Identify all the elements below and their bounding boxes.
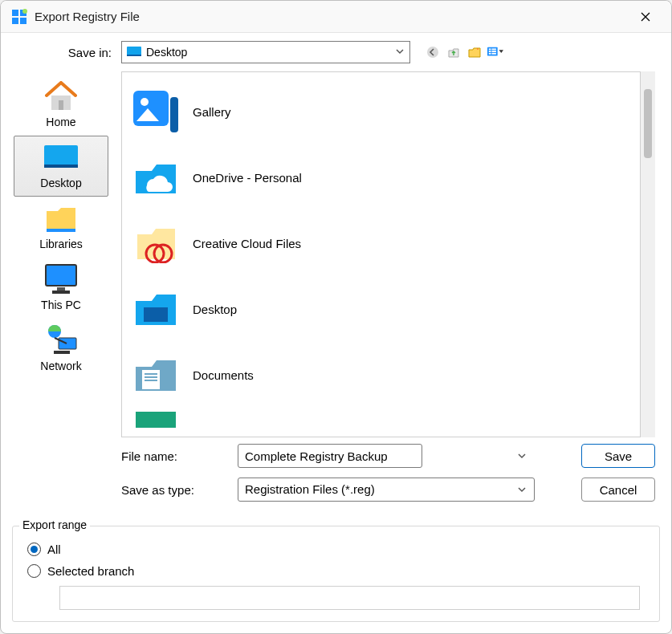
regedit-icon — [10, 8, 28, 26]
save-as-type-dropdown[interactable]: Registration Files (*.reg) — [238, 478, 535, 502]
save-in-dropdown[interactable]: Desktop — [121, 41, 410, 63]
file-item-partial[interactable] — [122, 408, 640, 432]
chevron-down-icon — [517, 449, 527, 464]
svg-rect-28 — [170, 97, 178, 132]
save-as-type-label: Save as type: — [121, 483, 238, 497]
sidebar-item-label: Home — [46, 116, 75, 128]
form-area: File name: Save Save as type: Registrati… — [1, 437, 671, 521]
save-in-row: Save in: Desktop — [1, 33, 671, 71]
svg-rect-21 — [57, 287, 65, 291]
file-pane-wrap: Gallery OneDrive - Personal Creative Clo… — [121, 71, 655, 437]
creative-cloud-icon — [130, 220, 181, 266]
svg-rect-0 — [12, 10, 18, 16]
export-all-label: All — [47, 543, 61, 556]
file-item-label: Gallery — [193, 105, 231, 119]
export-selected-branch-radio[interactable]: Selected branch — [27, 564, 650, 578]
sidebar-item-network[interactable]: Network — [14, 319, 108, 380]
file-item-label: Desktop — [193, 303, 237, 316]
this-pc-icon — [43, 263, 79, 297]
close-button[interactable] — [629, 1, 662, 33]
places-sidebar: Home Desktop Libraries This PC Network — [1, 71, 121, 437]
save-in-label: Save in: — [1, 46, 121, 59]
svg-rect-34 — [145, 376, 157, 378]
selected-branch-input[interactable] — [59, 586, 640, 610]
file-item[interactable]: Gallery — [122, 79, 640, 144]
svg-point-27 — [141, 98, 149, 106]
export-selected-label: Selected branch — [47, 564, 134, 578]
scrollbar-thumb[interactable] — [644, 89, 652, 158]
radio-icon — [27, 543, 41, 556]
file-item[interactable]: Documents — [122, 342, 640, 408]
svg-rect-10 — [489, 51, 491, 52]
sidebar-item-label: Desktop — [40, 177, 81, 189]
desktop-icon — [127, 47, 141, 58]
onedrive-icon — [130, 154, 181, 201]
sidebar-item-label: Libraries — [39, 238, 83, 250]
desktop-folder-icon — [130, 286, 181, 332]
folder-icon — [130, 412, 181, 428]
radio-icon — [27, 564, 41, 578]
file-item[interactable]: Desktop — [122, 276, 640, 342]
svg-rect-17 — [44, 165, 78, 168]
svg-rect-15 — [59, 100, 63, 110]
sidebar-item-home[interactable]: Home — [14, 75, 108, 136]
save-in-value: Desktop — [146, 46, 187, 59]
cancel-button[interactable]: Cancel — [581, 478, 655, 502]
file-item[interactable]: OneDrive - Personal — [122, 144, 640, 210]
sidebar-item-this-pc[interactable]: This PC — [14, 258, 108, 319]
view-menu-button[interactable] — [487, 44, 503, 60]
nav-toolbar — [425, 44, 503, 60]
network-icon — [43, 324, 79, 358]
svg-rect-14 — [491, 53, 495, 55]
filename-input[interactable] — [238, 444, 422, 468]
svg-rect-11 — [489, 53, 491, 55]
export-registry-dialog: Export Registry File Save in: Desktop — [0, 0, 672, 634]
file-item-label: OneDrive - Personal — [193, 171, 302, 185]
filename-label: File name: — [121, 449, 238, 463]
svg-rect-13 — [491, 51, 495, 52]
svg-rect-6 — [127, 55, 141, 56]
chevron-down-icon — [395, 46, 405, 59]
svg-rect-25 — [54, 351, 70, 354]
sidebar-item-label: Network — [40, 360, 81, 372]
svg-rect-3 — [20, 18, 26, 24]
svg-rect-9 — [489, 48, 491, 50]
svg-rect-22 — [52, 291, 70, 294]
svg-rect-35 — [145, 380, 157, 381]
sidebar-item-label: This PC — [41, 299, 81, 311]
export-range-group: Export range All Selected branch — [12, 526, 660, 622]
sidebar-item-libraries[interactable]: Libraries — [14, 197, 108, 258]
svg-rect-19 — [46, 265, 76, 286]
file-item-label: Documents — [193, 368, 254, 382]
titlebar: Export Registry File — [1, 1, 671, 33]
export-all-radio[interactable]: All — [27, 543, 650, 556]
up-one-level-button[interactable] — [446, 44, 462, 60]
documents-folder-icon — [130, 352, 181, 398]
svg-rect-16 — [44, 145, 78, 168]
export-range-legend: Export range — [19, 518, 90, 531]
file-item[interactable]: Creative Cloud Files — [122, 210, 640, 276]
new-folder-button[interactable] — [466, 44, 483, 60]
svg-rect-33 — [145, 373, 157, 375]
svg-rect-18 — [47, 229, 75, 232]
home-icon — [43, 80, 79, 114]
svg-point-7 — [427, 47, 438, 58]
sidebar-item-desktop[interactable]: Desktop — [14, 136, 108, 197]
svg-point-4 — [22, 9, 27, 14]
desktop-icon — [43, 141, 79, 175]
file-item-label: Creative Cloud Files — [193, 237, 301, 250]
libraries-icon — [43, 202, 79, 236]
gallery-icon — [130, 88, 181, 135]
vertical-scrollbar[interactable] — [641, 71, 655, 437]
window-title: Export Registry File — [35, 10, 629, 23]
svg-rect-2 — [12, 18, 18, 24]
svg-rect-31 — [144, 307, 168, 322]
back-button[interactable] — [425, 44, 441, 60]
file-list-pane[interactable]: Gallery OneDrive - Personal Creative Clo… — [121, 71, 641, 437]
dialog-body: Home Desktop Libraries This PC Network — [1, 71, 671, 437]
save-button[interactable]: Save — [581, 444, 655, 468]
svg-rect-24 — [59, 338, 76, 349]
svg-rect-12 — [491, 48, 495, 50]
